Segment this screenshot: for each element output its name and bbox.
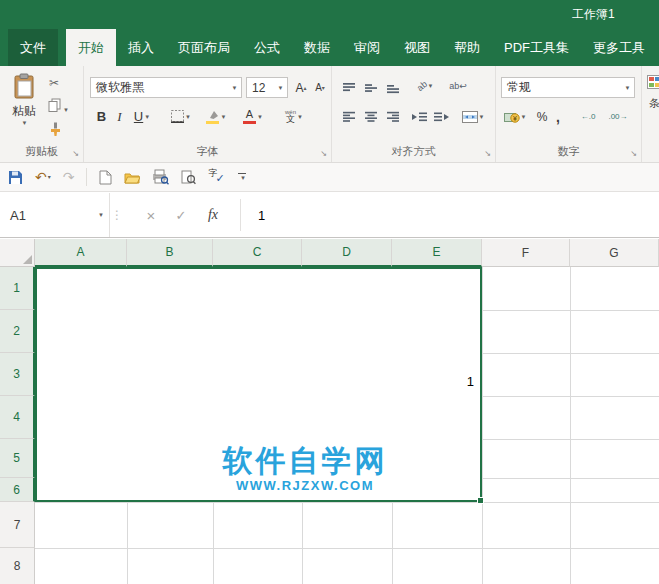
tab-view[interactable]: 视图 (392, 29, 442, 66)
decrease-decimal-button[interactable]: .00→ (604, 106, 632, 127)
conditional-formatting-button[interactable] (647, 75, 659, 92)
tab-formulas[interactable]: 公式 (242, 29, 292, 66)
new-document-button[interactable] (99, 170, 112, 185)
formula-input[interactable]: 1 (258, 193, 265, 237)
copy-button[interactable]: ▼ (48, 98, 69, 115)
row-header-6[interactable]: 6 (0, 478, 35, 502)
column-header-d[interactable]: D (302, 239, 392, 267)
number-format-value: 常规 (502, 79, 620, 96)
clipboard-dialog-launcher-icon[interactable]: ↘ (72, 150, 79, 158)
tab-home[interactable]: 开始 (66, 29, 116, 66)
row-header-8[interactable]: 8 (0, 548, 35, 584)
decrease-indent-button[interactable] (410, 106, 430, 127)
preview-zoom-button[interactable] (181, 170, 196, 185)
cancel-button[interactable]: × (138, 193, 164, 237)
open-button[interactable] (124, 171, 140, 184)
format-painter-button[interactable] (48, 122, 62, 139)
redo-button[interactable]: ↷ (63, 170, 75, 184)
alignment-dialog-launcher-icon[interactable]: ↘ (484, 150, 491, 158)
italic-button[interactable]: I (112, 106, 127, 127)
chevron-down-icon: ▼ (297, 114, 303, 120)
enter-button[interactable]: ✓ (168, 193, 194, 237)
number-dialog-launcher-icon[interactable]: ↘ (630, 150, 637, 158)
accounting-format-button[interactable]: ¥ ▼ (501, 106, 529, 127)
row-header-1[interactable]: 1 (0, 267, 35, 310)
shrink-font-letter: A (315, 82, 322, 93)
align-middle-button[interactable] (361, 77, 381, 98)
column-header-c[interactable]: C (213, 239, 302, 267)
font-name-value: 微软雅黑 (91, 79, 227, 96)
gridline (35, 548, 659, 549)
tab-data[interactable]: 数据 (292, 29, 342, 66)
formula-bar: A1 ▼ ⋮ × ✓ fx 1 (0, 193, 659, 238)
bold-button[interactable]: B (94, 106, 109, 127)
row-header-5[interactable]: 5 (0, 439, 35, 478)
new-document-icon (99, 170, 112, 185)
tab-insert[interactable]: 插入 (116, 29, 166, 66)
chevron-down-icon: ▼ (185, 114, 191, 120)
column-header-g[interactable]: G (570, 239, 659, 267)
name-box[interactable]: A1 ▼ (0, 193, 110, 237)
column-header-e[interactable]: E (392, 239, 482, 267)
number-format-combo[interactable]: 常规 ▼ (501, 77, 635, 98)
borders-button[interactable]: ▼ (168, 106, 194, 127)
column-header-a[interactable]: A (35, 239, 127, 267)
font-color-button[interactable]: A ▼ (239, 106, 267, 127)
undo-button[interactable]: ↶ ▾ (35, 170, 51, 184)
formula-bar-splitter[interactable]: ⋮ (111, 193, 123, 237)
tab-help[interactable]: 帮助 (442, 29, 492, 66)
align-bottom-button[interactable] (383, 77, 403, 98)
increase-decimal-button[interactable]: ←.0 (574, 106, 602, 127)
font-group: 微软雅黑 ▼ 12 ▼ A▴ A▾ B I U ▼ (84, 66, 332, 162)
chevron-down-icon: ▼ (63, 107, 69, 113)
percent-icon: % (537, 110, 548, 124)
insert-function-button[interactable]: fx (198, 193, 228, 237)
clipboard-icon (13, 73, 35, 99)
tab-pdf-tools[interactable]: PDF工具集 (492, 29, 581, 66)
font-size-value: 12 (247, 81, 273, 95)
corner-triangle-icon (23, 255, 32, 264)
fill-handle[interactable] (477, 497, 484, 504)
print-preview-button[interactable] (152, 169, 169, 185)
increase-indent-button[interactable] (432, 106, 452, 127)
save-icon (8, 170, 23, 185)
paste-button[interactable]: 粘贴 ▼ (3, 70, 45, 148)
underline-button[interactable]: U ▼ (130, 106, 154, 127)
align-left-button[interactable] (339, 106, 359, 127)
save-button[interactable] (8, 170, 23, 185)
spelling-button[interactable]: 字 ✓ (208, 169, 226, 185)
font-name-combo[interactable]: 微软雅黑 ▼ (90, 77, 242, 98)
tab-page-layout[interactable]: 页面布局 (166, 29, 242, 66)
cut-button[interactable]: ✂ (49, 76, 59, 90)
align-top-icon (343, 82, 356, 94)
align-center-button[interactable] (361, 106, 381, 127)
tab-file[interactable]: 文件 (8, 29, 58, 66)
orientation-button[interactable]: ab ▼ (412, 75, 438, 96)
customize-toolbar-button[interactable]: ▾ (238, 173, 246, 181)
row-header-4[interactable]: 4 (0, 396, 35, 439)
chevron-down-icon: ▼ (228, 85, 241, 91)
row-header-7[interactable]: 7 (0, 502, 35, 548)
align-top-button[interactable] (339, 77, 359, 98)
row-header-3[interactable]: 3 (0, 353, 35, 396)
percent-style-button[interactable]: % (534, 106, 550, 127)
font-group-label: 字体 (84, 144, 331, 159)
fill-color-button[interactable]: ▼ (202, 106, 230, 127)
tab-more-tools[interactable]: 更多工具 (581, 29, 657, 66)
font-size-combo[interactable]: 12 ▼ (246, 77, 288, 98)
shrink-font-button[interactable]: A▾ (311, 77, 329, 98)
column-header-b[interactable]: B (127, 239, 213, 267)
align-right-button[interactable] (383, 106, 403, 127)
row-header-2[interactable]: 2 (0, 310, 35, 353)
column-header-f[interactable]: F (482, 239, 570, 267)
phonetic-guide-button[interactable]: wén 文 ▼ (279, 106, 309, 127)
comma-style-button[interactable]: , (551, 106, 565, 127)
wrap-text-button[interactable]: ab ↩ (444, 75, 472, 96)
grow-font-button[interactable]: A▴ (292, 77, 310, 98)
select-all-corner[interactable] (0, 239, 35, 267)
merge-center-button[interactable]: ▼ (458, 106, 488, 127)
copy-icon (48, 98, 62, 112)
font-color-icon: A (243, 109, 256, 124)
tab-review[interactable]: 审阅 (342, 29, 392, 66)
font-dialog-launcher-icon[interactable]: ↘ (320, 150, 327, 158)
